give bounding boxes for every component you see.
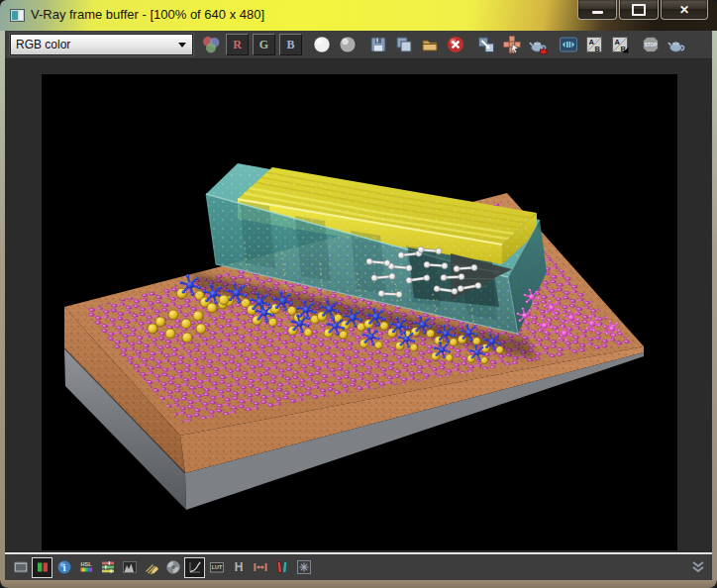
white-balance-icon (165, 559, 181, 575)
compare-ab-horizontal-icon: AB (584, 35, 604, 54)
vray-frame-buffer-window: V-Ray frame buffer - [100% of 640 x 480]… (0, 0, 717, 588)
compare-ab-horizontal-button[interactable]: AB (583, 34, 605, 55)
color-clamp-icon (35, 559, 51, 575)
pixel-aspect-icon (253, 559, 268, 575)
maximize-button[interactable] (619, 0, 659, 20)
open-image-icon (420, 35, 440, 54)
levels-icon (122, 559, 138, 575)
pixel-info-icon: i (56, 559, 72, 575)
show-corrections-button[interactable] (185, 558, 204, 577)
rgb-channels-icon[interactable] (200, 34, 222, 55)
monochrome-icon (338, 35, 358, 54)
show-corrections-icon (187, 559, 203, 575)
window-content: RGB color RGB ABABSTOP iHSLLUTH (5, 31, 712, 580)
monochrome-button[interactable] (337, 34, 358, 55)
rendered-image (42, 74, 677, 550)
render-region-icon (528, 35, 548, 54)
pixel-aspect-button[interactable] (251, 558, 269, 577)
window-frame-bottom (0, 580, 717, 588)
curves-button[interactable] (142, 558, 160, 577)
srgb-button[interactable] (294, 558, 313, 577)
svg-text:B: B (595, 45, 601, 53)
clear-image-icon (446, 35, 465, 54)
corrections-icon (559, 35, 578, 54)
corrections-buttons: iHSLLUTH (11, 558, 316, 577)
chevron-down-icon (178, 43, 186, 48)
srgb-icon (296, 559, 312, 575)
window-title: V-Ray frame buffer - [100% of 640 x 480] (31, 0, 264, 31)
rgb-channels-icon-icon (201, 35, 221, 54)
hsl-icon: HSL (78, 559, 94, 575)
compare-ab-vertical-icon: AB (610, 35, 630, 54)
svg-text:HSL: HSL (80, 561, 92, 567)
compare-ab-vertical-button[interactable]: AB (609, 34, 631, 55)
alpha-channel-button[interactable] (311, 34, 333, 55)
curves-icon (144, 559, 159, 575)
maximize-icon (632, 4, 646, 16)
stop-render-icon: STOP (641, 35, 661, 54)
copy-image-icon (394, 35, 414, 54)
duplicate-to-host-icon (476, 35, 496, 54)
duplicate-to-host-button[interactable] (475, 34, 497, 55)
svg-text:STOP: STOP (645, 43, 657, 48)
white-balance-button[interactable] (163, 558, 182, 577)
hsl-button[interactable]: HSL (76, 558, 95, 577)
green-channel-button[interactable]: G (253, 34, 275, 55)
channel-select[interactable]: RGB color (10, 34, 193, 55)
channel-select-value: RGB color (11, 38, 178, 51)
color-balance-icon (100, 559, 116, 575)
close-button[interactable]: ✕ (661, 0, 708, 20)
track-mouse-icon (502, 35, 522, 54)
titlebar[interactable]: V-Ray frame buffer - [100% of 640 x 480]… (0, 0, 717, 32)
pixel-info-button[interactable]: i (54, 558, 73, 577)
render-last-icon (666, 35, 686, 54)
levels-button[interactable] (120, 558, 139, 577)
close-icon: ✕ (679, 3, 689, 17)
minimize-icon (592, 11, 603, 14)
lut-button[interactable]: LUT (207, 558, 226, 577)
track-mouse-button[interactable] (501, 34, 523, 55)
green-channel-label: G (259, 38, 268, 52)
save-image-button[interactable] (367, 34, 389, 55)
icc-button[interactable] (272, 558, 291, 577)
blue-channel-label: B (286, 38, 294, 52)
corrections-toolbar: iHSLLUTH (5, 554, 712, 580)
render-view[interactable] (42, 74, 677, 550)
color-clamp-button[interactable] (33, 558, 51, 577)
histogram-icon: H (231, 559, 247, 575)
color-balance-button[interactable] (98, 558, 117, 577)
stop-render-button[interactable]: STOP (640, 34, 662, 55)
copy-image-button[interactable] (393, 34, 415, 55)
histogram-button[interactable]: H (229, 558, 248, 577)
red-channel-label: R (233, 38, 242, 52)
corrections-button[interactable] (558, 34, 579, 55)
svg-text:i: i (62, 563, 65, 573)
render-region-button[interactable] (527, 34, 549, 55)
collapse-toolbar-button[interactable] (690, 559, 706, 575)
minimize-button[interactable] (577, 0, 617, 20)
svg-text:H: H (234, 560, 243, 574)
alpha-channel-icon (312, 35, 332, 54)
blue-channel-button[interactable]: B (279, 34, 302, 55)
clear-image-button[interactable] (445, 34, 466, 55)
main-toolbar: RGB color RGB ABABSTOP (5, 31, 712, 59)
toolbar-buttons: RGB ABABSTOP (200, 31, 691, 59)
open-image-button[interactable] (419, 34, 441, 55)
save-image-icon (368, 35, 388, 54)
svg-text:LUT: LUT (211, 564, 222, 570)
red-channel-button[interactable]: R (226, 34, 249, 55)
frame-panel-icon (13, 559, 29, 575)
lut-icon: LUT (209, 559, 225, 575)
render-last-button[interactable] (666, 34, 687, 55)
app-icon (10, 9, 25, 22)
frame-panel-button[interactable] (11, 558, 30, 577)
icc-icon (274, 559, 290, 575)
